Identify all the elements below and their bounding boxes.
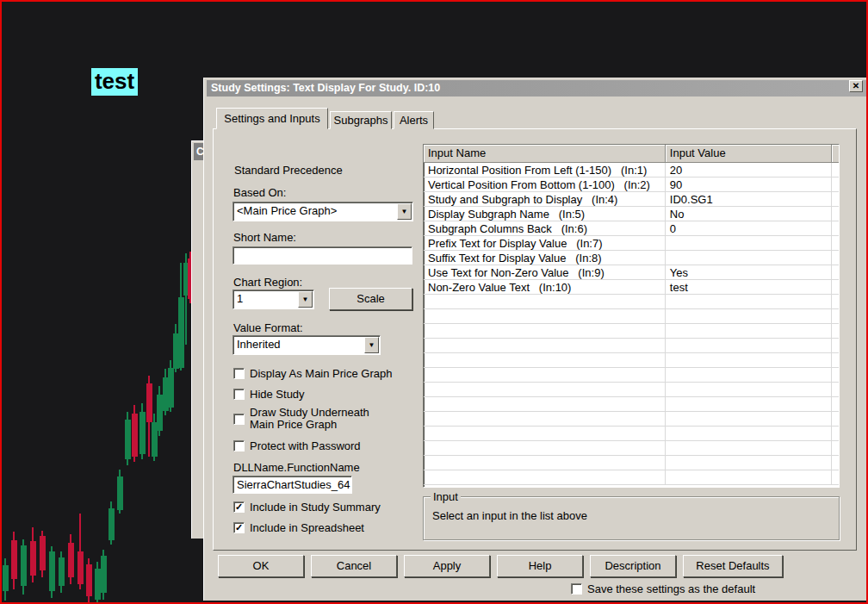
table-row[interactable]: Study and Subgraph to Display (In:4)ID0.… xyxy=(424,192,839,207)
cancel-button[interactable]: Cancel xyxy=(311,555,397,577)
input-value-cell[interactable]: 20 xyxy=(666,163,832,177)
short-name-input[interactable] xyxy=(232,246,412,265)
checkbox-icon[interactable] xyxy=(233,440,245,451)
description-button[interactable]: Description xyxy=(590,555,676,577)
checkbox-protect-with-password[interactable]: Protect with Password xyxy=(233,440,361,452)
checkbox-label: Draw Study Underneath Main Price Graph xyxy=(250,407,383,431)
input-name-cell[interactable]: Suffix Text for Display Value (In:8) xyxy=(424,251,666,265)
input-value-cell[interactable]: 0 xyxy=(666,221,832,236)
input-value-cell[interactable]: ID0.SG1 xyxy=(666,192,832,207)
input-value-cell[interactable]: Yes xyxy=(666,265,832,280)
input-value-cell[interactable] xyxy=(666,470,832,485)
ok-button[interactable]: OK xyxy=(218,555,304,577)
checkbox-include-in-study-summary[interactable]: ✓ Include in Study Summary xyxy=(233,501,381,514)
input-name-cell[interactable]: Study and Subgraph to Display (In:4) xyxy=(424,192,666,207)
input-name-cell[interactable] xyxy=(424,353,666,368)
background-window-edge[interactable]: C xyxy=(191,140,203,539)
reset-defaults-button[interactable]: Reset Defaults xyxy=(683,555,783,577)
input-value-cell[interactable] xyxy=(666,456,832,470)
input-name-cell[interactable] xyxy=(424,427,666,441)
table-row[interactable]: Suffix Text for Display Value (In:8) xyxy=(424,251,839,265)
input-name-cell[interactable]: Non-Zero Value Text (In:10) xyxy=(424,280,666,295)
checkbox-icon[interactable] xyxy=(233,414,245,425)
candle-body xyxy=(30,541,36,576)
input-value-cell[interactable] xyxy=(666,427,832,441)
input-value-cell[interactable] xyxy=(666,397,832,412)
input-name-cell[interactable] xyxy=(424,339,666,353)
tab-settings-and-inputs[interactable]: Settings and Inputs xyxy=(216,108,328,129)
based-on-select[interactable]: <Main Price Graph> ▼ xyxy=(232,202,413,221)
tab-alerts[interactable]: Alerts xyxy=(394,111,434,129)
stub-cell xyxy=(832,412,839,427)
chart-region-select[interactable]: 1 ▼ xyxy=(232,290,314,309)
input-groupbox: Input Select an input in the list above xyxy=(423,496,840,540)
column-header-input-value[interactable]: Input Value xyxy=(666,145,832,163)
input-name-cell[interactable]: Prefix Text for Display Value (In:7) xyxy=(424,236,666,251)
input-name-cell[interactable] xyxy=(424,470,666,485)
value-format-select[interactable]: Inherited ▼ xyxy=(232,335,381,355)
table-row[interactable]: Display Subgraph Name (In:5)No xyxy=(424,207,839,221)
input-value-cell[interactable] xyxy=(666,353,832,368)
tab-subgraphs[interactable]: Subgraphs xyxy=(330,111,392,129)
apply-button[interactable]: Apply xyxy=(404,555,490,577)
table-row[interactable]: Subgraph Columns Back (In:6)0 xyxy=(424,221,839,236)
study-settings-dialog: Study Settings: Text Display For Study. … xyxy=(203,78,868,601)
checkbox-hide-study[interactable]: Hide Study xyxy=(233,389,305,401)
input-name-cell[interactable] xyxy=(424,456,666,470)
input-name-cell[interactable]: Horizontal Position From Left (1-150) (I… xyxy=(424,163,666,177)
input-value-cell[interactable] xyxy=(666,383,832,397)
checkbox-draw-study-underneath[interactable]: Draw Study Underneath Main Price Graph xyxy=(233,407,383,431)
input-name-cell[interactable] xyxy=(424,295,666,309)
input-name-cell[interactable]: Display Subgraph Name (In:5) xyxy=(424,207,666,221)
close-icon[interactable]: ✕ xyxy=(849,80,863,92)
table-row[interactable]: Vertical Position From Bottom (1-100) (I… xyxy=(424,177,839,192)
table-row[interactable]: Prefix Text for Display Value (In:7) xyxy=(424,236,839,251)
checkbox-save-settings-default[interactable]: Save these settings as the default xyxy=(571,583,755,595)
checkbox-icon[interactable]: ✓ xyxy=(233,501,245,513)
input-name-cell[interactable] xyxy=(424,397,666,412)
candle-body xyxy=(21,545,27,586)
candle-body xyxy=(40,536,46,570)
table-row[interactable]: Use Text for Non-Zero Value (In:9)Yes xyxy=(424,265,839,280)
checkbox-icon[interactable] xyxy=(233,368,245,379)
chevron-down-icon[interactable]: ▼ xyxy=(364,337,379,353)
input-name-cell[interactable] xyxy=(424,368,666,383)
checkbox-include-in-spreadsheet[interactable]: ✓ Include in Spreadsheet xyxy=(233,522,364,534)
input-name-cell[interactable] xyxy=(424,324,666,339)
input-value-cell[interactable] xyxy=(666,368,832,383)
input-name-cell[interactable]: Use Text for Non-Zero Value (In:9) xyxy=(424,265,666,280)
help-button[interactable]: Help xyxy=(497,555,583,577)
chevron-down-icon[interactable]: ▼ xyxy=(298,291,313,308)
input-value-cell[interactable] xyxy=(666,251,832,265)
input-name-cell[interactable] xyxy=(424,309,666,324)
column-header-input-name[interactable]: Input Name xyxy=(424,145,666,163)
checkbox-display-as-main-price-graph[interactable]: Display As Main Price Graph xyxy=(233,368,392,380)
candle-body xyxy=(59,557,65,586)
input-value-cell[interactable] xyxy=(666,236,832,251)
input-name-cell[interactable] xyxy=(424,412,666,427)
input-value-cell[interactable] xyxy=(666,324,832,339)
input-value-cell[interactable] xyxy=(666,412,832,427)
input-value-cell[interactable] xyxy=(666,441,832,456)
candle-body xyxy=(78,551,84,584)
input-name-cell[interactable]: Vertical Position From Bottom (1-100) (I… xyxy=(424,177,666,192)
input-name-cell[interactable] xyxy=(424,441,666,456)
scale-button[interactable]: Scale xyxy=(329,288,412,310)
dialog-titlebar[interactable]: Study Settings: Text Display For Study. … xyxy=(207,80,867,97)
input-value-cell[interactable]: test xyxy=(666,280,832,295)
table-row[interactable]: Non-Zero Value Text (In:10)test xyxy=(424,280,839,295)
checkbox-icon[interactable] xyxy=(233,389,245,400)
chevron-down-icon[interactable]: ▼ xyxy=(397,203,412,220)
input-value-cell[interactable]: 90 xyxy=(666,177,832,192)
input-value-cell[interactable] xyxy=(666,295,832,309)
input-value-cell[interactable] xyxy=(666,339,832,353)
input-value-cell[interactable] xyxy=(666,309,832,324)
table-row[interactable]: Horizontal Position From Left (1-150) (I… xyxy=(424,163,839,177)
tabpage-settings-and-inputs: Standard Precedence Based On: <Main Pric… xyxy=(213,128,857,551)
input-name-cell[interactable]: Subgraph Columns Back (In:6) xyxy=(424,221,666,236)
checkbox-icon[interactable] xyxy=(571,583,582,595)
dll-function-name-input[interactable]: SierraChartStudies_64 xyxy=(232,476,352,494)
checkbox-icon[interactable]: ✓ xyxy=(233,522,245,533)
input-name-cell[interactable] xyxy=(424,383,666,397)
input-value-cell[interactable]: No xyxy=(666,207,832,221)
